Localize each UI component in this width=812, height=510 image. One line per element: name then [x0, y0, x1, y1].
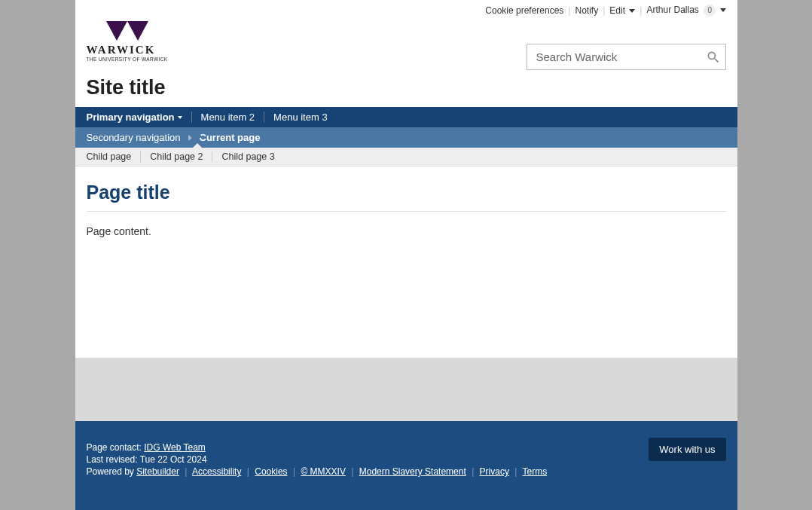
- page-contact-label: Page contact:: [87, 442, 145, 453]
- footer-terms-link[interactable]: Terms: [523, 466, 548, 477]
- edit-label: Edit: [609, 5, 625, 16]
- masthead: WARWICK THE UNIVERSITY OF WARWICK: [75, 20, 737, 70]
- notification-badge: 0: [704, 5, 716, 17]
- search-input[interactable]: [527, 50, 701, 63]
- footer-strip: [75, 358, 737, 421]
- footer-separator: |: [348, 466, 356, 477]
- footer-copyright-link[interactable]: © MMXXIV: [301, 466, 346, 477]
- footer-accessibility-link[interactable]: Accessibility: [192, 466, 241, 477]
- footer-separator: |: [511, 466, 520, 477]
- work-with-us-button[interactable]: Work with us: [649, 438, 725, 461]
- powered-by-label: Powered by: [87, 466, 137, 477]
- chevron-down-icon: [720, 8, 726, 12]
- primary-nav-item[interactable]: Menu item 2: [191, 111, 264, 123]
- child-page-link[interactable]: Child page: [87, 151, 141, 162]
- secondary-nav-item[interactable]: Secondary navigation: [87, 132, 181, 143]
- secondary-nav-item-current[interactable]: Current page: [200, 132, 261, 143]
- primary-nav: Primary navigation Menu item 2 Menu item…: [75, 107, 737, 127]
- utility-separator: |: [640, 5, 642, 16]
- footer-privacy-link[interactable]: Privacy: [480, 466, 509, 477]
- page-title: Page title: [87, 182, 726, 212]
- footer-separator: |: [182, 466, 190, 477]
- chevron-down-icon: [178, 116, 182, 119]
- active-tab-indicator-icon: [193, 143, 202, 148]
- secondary-nav: Secondary navigation Current page: [75, 127, 737, 148]
- chevron-right-icon: [188, 135, 192, 141]
- last-revised-label: Last revised:: [87, 454, 140, 465]
- page-body-text: Page content.: [87, 225, 726, 237]
- utility-separator: |: [568, 5, 570, 16]
- primary-nav-item[interactable]: Menu item 3: [264, 111, 337, 123]
- warwick-wordmark: WARWICK: [87, 44, 168, 56]
- utility-separator: |: [603, 5, 605, 16]
- search-button[interactable]: [701, 50, 725, 65]
- footer-cookies-link[interactable]: Cookies: [255, 466, 287, 477]
- edit-dropdown[interactable]: Edit: [609, 5, 635, 16]
- page-contact-link[interactable]: IDG Web Team: [144, 442, 206, 453]
- nav-label: Primary navigation: [87, 111, 175, 123]
- footer-separator: |: [469, 466, 477, 477]
- footer-slavery-link[interactable]: Modern Slavery Statement: [359, 466, 466, 477]
- utility-bar: Cookie preferences | Notify | Edit | Art…: [75, 0, 737, 20]
- chevron-down-icon: [629, 9, 635, 13]
- search-icon: [706, 50, 721, 65]
- footer-separator: |: [290, 466, 298, 477]
- active-tab-indicator-icon: [194, 133, 203, 138]
- cookie-preferences-link[interactable]: Cookie preferences: [485, 5, 563, 16]
- main-content: Page title Page content.: [75, 166, 737, 358]
- footer-sitebuilder-link[interactable]: Sitebuilder: [136, 466, 179, 477]
- warwick-logo-icon: [106, 21, 148, 42]
- last-revised-value: Tue 22 Oct 2024: [140, 454, 207, 465]
- warwick-subtitle: THE UNIVERSITY OF WARWICK: [87, 56, 168, 62]
- child-page-link[interactable]: Child page 2: [140, 151, 212, 162]
- notify-link[interactable]: Notify: [575, 5, 598, 16]
- user-name-label: Arthur Dallas: [646, 5, 698, 15]
- warwick-logo[interactable]: WARWICK THE UNIVERSITY OF WARWICK: [87, 21, 168, 62]
- footer: Page contact: IDG Web Team Last revised:…: [75, 421, 737, 510]
- primary-nav-item-active[interactable]: Primary navigation: [87, 111, 191, 123]
- child-page-link[interactable]: Child page 3: [212, 151, 283, 162]
- user-menu[interactable]: Arthur Dallas 0: [646, 5, 725, 17]
- tertiary-nav: Child page Child page 2 Child page 3: [75, 148, 737, 166]
- footer-separator: |: [244, 466, 252, 477]
- site-title[interactable]: Site title: [75, 70, 737, 107]
- search-box: [527, 44, 726, 70]
